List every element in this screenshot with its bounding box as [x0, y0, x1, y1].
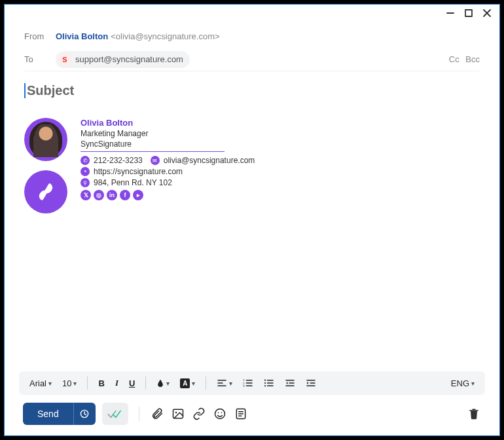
- x-icon[interactable]: 𝕏: [81, 190, 91, 200]
- to-label: To: [24, 54, 56, 64]
- signature-title: Marketing Manager: [81, 129, 255, 138]
- svg-point-15: [264, 382, 266, 384]
- signature-address: 984, Penn Rd. NY 102: [94, 178, 172, 187]
- globe-icon: ⚬: [81, 167, 90, 176]
- send-button[interactable]: Send: [23, 403, 96, 425]
- ordered-list-button[interactable]: 123: [239, 376, 257, 390]
- recipient-chip[interactable]: S support@syncsignature.com: [56, 51, 190, 68]
- discard-button[interactable]: [467, 407, 481, 421]
- attachment-button[interactable]: [150, 407, 164, 421]
- from-label: From: [24, 31, 56, 41]
- signature-email: olivia@syncsignature.com: [164, 156, 255, 165]
- signature-divider: [81, 151, 225, 152]
- signature-company: SyncSignature: [81, 139, 255, 149]
- template-button[interactable]: [234, 407, 248, 421]
- message-body[interactable]: Olivia Bolton Marketing Manager SyncSign…: [5, 98, 499, 371]
- maximize-button[interactable]: [464, 9, 473, 20]
- svg-point-27: [175, 412, 177, 414]
- font-family-select[interactable]: Arial▾: [26, 376, 56, 391]
- minimize-button[interactable]: [446, 9, 455, 20]
- language-select[interactable]: ENG▾: [447, 376, 478, 391]
- signature-phone: 212-232-3233: [94, 156, 143, 165]
- email-icon: ✉: [151, 156, 160, 165]
- signature-website: https://syncsignature.com: [94, 167, 183, 176]
- format-toolbar: Arial▾ 10▾ B I U ▾ A▾ ▾ 123: [19, 371, 485, 395]
- to-row: To S support@syncsignature.com Cc Bcc: [24, 48, 480, 71]
- bcc-button[interactable]: Bcc: [465, 54, 480, 64]
- svg-rect-1: [465, 10, 472, 16]
- recipient-badge: S: [58, 53, 71, 66]
- from-row: From Olivia Bolton <olivia@syncsignature…: [24, 24, 480, 48]
- from-name[interactable]: Olivia Bolton: [56, 31, 108, 41]
- highlight-button[interactable]: A▾: [176, 376, 199, 391]
- italic-button[interactable]: I: [111, 375, 122, 391]
- from-email: <olivia@syncsignature.com>: [111, 31, 219, 41]
- action-bar: Send: [5, 395, 499, 435]
- instagram-icon[interactable]: ◎: [94, 190, 104, 200]
- cc-button[interactable]: Cc: [449, 54, 459, 64]
- signature-name: Olivia Bolton: [81, 118, 255, 128]
- location-icon: ⚲: [81, 178, 90, 187]
- underline-button[interactable]: U: [125, 376, 139, 391]
- indent-button[interactable]: [302, 376, 320, 390]
- text-color-button[interactable]: ▾: [153, 376, 173, 390]
- recipient-email: support@syncsignature.com: [75, 54, 183, 64]
- grammar-check-button[interactable]: [102, 403, 128, 425]
- image-button[interactable]: [171, 407, 185, 421]
- window-titlebar: [5, 5, 499, 24]
- svg-point-17: [264, 385, 266, 386]
- outdent-button[interactable]: [281, 376, 299, 390]
- avatar: [24, 118, 67, 161]
- emoji-button[interactable]: [213, 407, 227, 421]
- linkedin-icon[interactable]: in: [107, 190, 117, 200]
- compose-window: From Olivia Bolton <olivia@syncsignature…: [4, 4, 500, 436]
- send-schedule-button[interactable]: [73, 403, 96, 425]
- subject-input[interactable]: [27, 83, 480, 98]
- youtube-icon[interactable]: ▸: [133, 190, 143, 200]
- company-logo: [24, 170, 67, 213]
- unordered-list-button[interactable]: [260, 376, 278, 390]
- link-button[interactable]: [192, 407, 206, 421]
- cc-bcc: Cc Bcc: [445, 54, 480, 64]
- align-button[interactable]: ▾: [213, 376, 236, 390]
- bold-button[interactable]: B: [94, 376, 108, 391]
- font-size-select[interactable]: 10▾: [58, 376, 81, 391]
- social-icons: 𝕏 ◎ in f ▸: [81, 190, 255, 200]
- svg-point-13: [264, 380, 266, 381]
- svg-text:3: 3: [243, 384, 245, 387]
- phone-icon: ✆: [81, 156, 90, 165]
- email-signature: Olivia Bolton Marketing Manager SyncSign…: [24, 118, 480, 213]
- svg-point-29: [217, 412, 219, 414]
- svg-point-28: [215, 409, 225, 419]
- facebook-icon[interactable]: f: [120, 190, 130, 200]
- close-button[interactable]: [482, 9, 492, 20]
- svg-point-30: [221, 412, 222, 414]
